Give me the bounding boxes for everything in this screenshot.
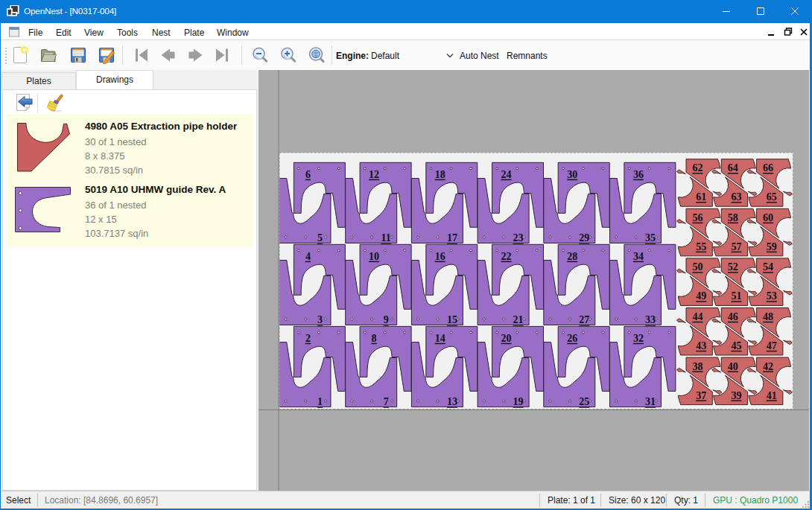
svg-text:21: 21	[513, 314, 524, 325]
svg-text:43: 43	[696, 340, 706, 351]
svg-text:50: 50	[693, 261, 703, 272]
svg-text:9: 9	[384, 314, 389, 325]
svg-text:37: 37	[696, 390, 706, 401]
svg-text:1: 1	[317, 396, 323, 407]
svg-text:54: 54	[763, 261, 773, 272]
svg-text:51: 51	[732, 290, 742, 302]
svg-text:6: 6	[305, 169, 311, 180]
svg-text:48: 48	[763, 311, 773, 322]
svg-text:60: 60	[763, 212, 773, 223]
svg-text:52: 52	[728, 261, 738, 272]
svg-text:47: 47	[767, 340, 777, 351]
svg-text:61: 61	[696, 191, 706, 203]
svg-text:2: 2	[305, 333, 311, 344]
svg-text:24: 24	[501, 169, 512, 180]
svg-text:31: 31	[645, 396, 656, 407]
svg-text:56: 56	[693, 212, 703, 223]
svg-text:29: 29	[579, 232, 589, 243]
svg-text:5: 5	[317, 232, 323, 243]
svg-text:12: 12	[369, 169, 379, 180]
svg-text:25: 25	[579, 396, 589, 407]
svg-text:41: 41	[767, 390, 777, 401]
svg-text:53: 53	[767, 290, 777, 302]
svg-text:64: 64	[728, 162, 738, 173]
svg-text:30: 30	[567, 169, 577, 180]
svg-text:15: 15	[447, 314, 457, 325]
svg-text:10: 10	[369, 251, 379, 262]
svg-text:59: 59	[767, 241, 777, 252]
svg-text:13: 13	[447, 396, 457, 407]
svg-text:22: 22	[501, 251, 512, 262]
svg-text:44: 44	[693, 311, 703, 322]
svg-text:11: 11	[381, 232, 391, 243]
svg-text:57: 57	[732, 241, 742, 252]
svg-text:14: 14	[435, 333, 445, 344]
svg-text:42: 42	[763, 361, 773, 372]
svg-text:55: 55	[696, 241, 706, 252]
svg-text:66: 66	[763, 162, 773, 173]
svg-text:18: 18	[435, 169, 445, 180]
svg-text:26: 26	[567, 333, 577, 344]
svg-text:45: 45	[732, 340, 742, 351]
svg-text:27: 27	[579, 314, 589, 325]
svg-text:58: 58	[728, 212, 738, 223]
svg-text:23: 23	[513, 232, 524, 243]
svg-text:32: 32	[633, 333, 644, 344]
svg-text:38: 38	[693, 361, 703, 372]
svg-text:63: 63	[732, 191, 742, 203]
svg-text:4: 4	[305, 251, 311, 262]
svg-text:65: 65	[767, 191, 777, 203]
svg-text:16: 16	[435, 251, 445, 262]
svg-text:33: 33	[645, 314, 656, 325]
svg-text:46: 46	[728, 311, 738, 322]
svg-text:19: 19	[513, 396, 524, 407]
svg-text:39: 39	[732, 390, 742, 401]
svg-text:20: 20	[501, 333, 512, 344]
svg-text:28: 28	[567, 251, 577, 262]
svg-text:17: 17	[447, 232, 457, 243]
svg-text:3: 3	[317, 314, 323, 325]
svg-text:36: 36	[633, 169, 644, 180]
svg-text:40: 40	[728, 361, 738, 372]
svg-text:35: 35	[645, 232, 656, 243]
svg-text:7: 7	[384, 396, 389, 407]
svg-text:34: 34	[633, 251, 644, 262]
svg-text:49: 49	[696, 290, 706, 302]
svg-text:62: 62	[693, 162, 703, 173]
svg-text:8: 8	[372, 333, 377, 344]
